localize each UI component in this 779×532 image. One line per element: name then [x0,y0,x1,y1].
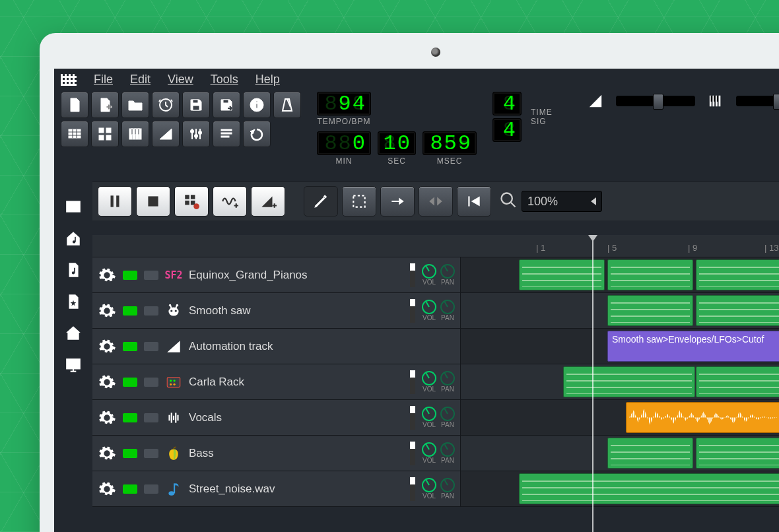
volume-knob[interactable] [422,371,436,385]
clip[interactable] [696,438,779,469]
rewind-button[interactable] [457,186,491,216]
clip[interactable]: Smooth saw>Envelopes/LFOs>Cutof [607,331,779,362]
track-lane[interactable]: variat [461,257,779,292]
solo-button[interactable] [144,484,158,494]
clip[interactable] [607,259,693,290]
track-lane[interactable] [461,400,779,435]
solo-button[interactable] [144,306,158,316]
volume-knob[interactable] [422,478,436,492]
track-lane[interactable] [461,436,779,471]
info-button[interactable] [243,92,271,118]
clip[interactable] [626,402,779,433]
master-volume-slider[interactable] [616,96,695,106]
instrument-icon[interactable] [165,374,182,391]
shift-button[interactable] [380,186,415,216]
track-name[interactable]: Smooth saw [189,304,402,317]
clip[interactable] [563,366,695,397]
volume-knob[interactable] [422,264,436,279]
timeline-ruler[interactable]: | 1| 5| 9| 13 [92,235,779,257]
solo-button[interactable] [144,413,158,422]
pan-knob[interactable] [440,442,455,457]
track-name[interactable]: Bass [189,447,402,460]
solo-button[interactable] [144,449,158,458]
mute-button[interactable] [123,413,137,422]
bb-editor-button[interactable] [91,121,119,147]
pan-knob[interactable] [440,300,455,314]
instrument-icon[interactable] [165,338,182,355]
draw-button[interactable] [304,186,338,216]
new-file-button[interactable] [61,92,88,118]
new-template-button[interactable] [91,92,119,118]
record-wave-button[interactable] [213,186,247,216]
stop-button[interactable] [136,186,170,216]
timesig-num[interactable]: 84 [492,92,522,116]
undo-history-button[interactable] [243,121,271,147]
volume-knob[interactable] [422,407,436,421]
menu-tools[interactable]: Tools [211,73,238,86]
pan-knob[interactable] [440,407,455,421]
sidebar-instruments[interactable] [65,198,82,215]
mute-button[interactable] [123,484,137,494]
track-name[interactable]: Carla Rack [189,376,402,389]
clip[interactable] [696,366,779,397]
open-button[interactable] [121,92,149,118]
mute-button[interactable] [123,378,137,387]
sidebar-my-samples[interactable] [65,261,82,279]
timesig-den[interactable]: 84 [492,118,522,142]
record-ramp-button[interactable] [251,186,285,216]
pan-knob[interactable] [440,371,455,385]
clip[interactable] [607,438,693,469]
save-button[interactable] [182,92,210,118]
track-lane[interactable]: Smooth saw>Envelopes/LFOs>Cutof [461,329,779,364]
track-lane[interactable]: variat [461,364,779,399]
volume-knob[interactable] [422,300,436,314]
instrument-icon[interactable] [165,445,182,462]
mute-button[interactable] [123,271,137,280]
mute-button[interactable] [123,342,137,351]
select-button[interactable] [342,186,376,216]
instrument-icon[interactable] [165,302,182,319]
zoom-control[interactable]: 100% [522,191,602,212]
clip[interactable] [607,295,693,326]
mixer-button[interactable] [182,121,210,147]
track-name[interactable]: Vocals [189,411,402,424]
pan-knob[interactable] [440,264,455,279]
track-lane[interactable] [461,471,779,506]
instrument-icon[interactable] [165,481,182,498]
track-settings-button[interactable] [98,444,116,463]
menu-view[interactable]: View [168,73,193,86]
volume-knob[interactable] [422,442,436,457]
playhead[interactable] [592,235,593,532]
instrument-icon[interactable] [165,409,182,426]
master-pitch-slider[interactable] [736,96,779,106]
track-settings-button[interactable] [98,409,116,427]
pan-knob[interactable] [440,478,455,492]
track-name[interactable]: Street_noise.wav [189,482,402,496]
tempo-display[interactable]: 88894 [317,92,371,116]
solo-button[interactable] [144,271,158,280]
clip[interactable] [696,259,779,290]
track-settings-button[interactable] [98,337,116,356]
record-bb-button[interactable] [174,186,209,216]
sidebar-presets[interactable] [65,293,82,310]
track-name[interactable]: Equinox_Grand_Pianos [189,269,402,282]
automation-button[interactable] [152,121,180,147]
notes-button[interactable] [213,121,240,147]
menu-file[interactable]: File [94,73,113,86]
solo-button[interactable] [144,378,158,387]
track-lane[interactable] [461,293,779,328]
sidebar-home[interactable] [65,325,82,342]
track-settings-button[interactable] [98,266,116,284]
track-settings-button[interactable] [98,302,116,320]
pause-button[interactable] [98,186,132,216]
track-settings-button[interactable] [98,373,116,391]
zoom-left-icon[interactable] [591,197,596,205]
menu-edit[interactable]: Edit [130,73,151,86]
clip[interactable] [519,473,779,504]
metronome-button[interactable] [273,92,301,118]
mute-button[interactable] [123,449,137,458]
sidebar-samples[interactable] [65,230,82,247]
song-editor-button[interactable] [61,121,88,147]
track-settings-button[interactable] [98,480,116,498]
sidebar-computer[interactable] [65,356,82,374]
